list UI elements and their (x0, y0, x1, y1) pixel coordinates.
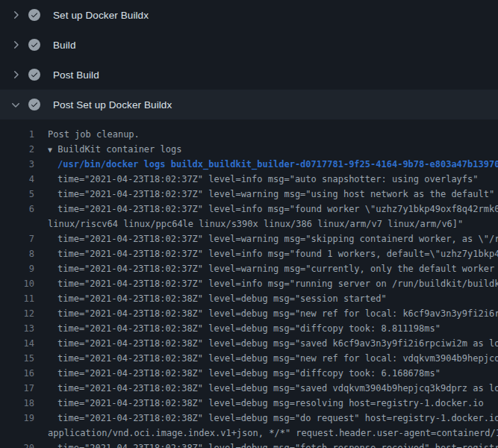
log-line: 2 ▼ BuildKit container logs (0, 142, 498, 157)
log-line-number[interactable]: 2 (0, 142, 34, 157)
chevron-right-icon[interactable] (10, 99, 22, 111)
step-row-post-set-up-docker-buildx[interactable]: Post Set up Docker Buildx (0, 90, 498, 119)
log-panel: 1 Post job cleanup. 2 ▼ BuildKit contain… (0, 127, 498, 448)
log-line: 13 time="2021-04-23T18:02:38Z" level=deb… (0, 321, 498, 336)
log-line-text: time="2021-04-23T18:02:38Z" level=debug … (34, 351, 498, 366)
log-line: 18 time="2021-04-23T18:02:38Z" level=deb… (0, 396, 498, 411)
log-line-text: time="2021-04-23T18:02:37Z" level=info m… (34, 276, 498, 291)
step-row-build[interactable]: Build (0, 30, 498, 60)
log-line-text: time="2021-04-23T18:02:38Z" level=debug … (34, 441, 498, 448)
log-line-number[interactable] (0, 426, 34, 441)
log-line: 8 time="2021-04-23T18:02:37Z" level=info… (0, 246, 498, 261)
log-line-text: time="2021-04-23T18:02:37Z" level=warnin… (34, 187, 498, 202)
check-circle-icon (28, 99, 40, 111)
log-line: 17 time="2021-04-23T18:02:38Z" level=deb… (0, 381, 498, 396)
log-line-number[interactable]: 11 (0, 291, 34, 306)
log-line-number[interactable] (0, 217, 34, 231)
log-line-number[interactable]: 14 (0, 336, 34, 351)
log-line: linux/riscv64 linux/ppc64le linux/s390x … (0, 217, 498, 231)
group-collapse-icon[interactable]: ▼ (48, 146, 52, 154)
log-line: application/vnd.oci.image.index.v1+json,… (0, 426, 498, 441)
log-line-number[interactable]: 3 (0, 157, 34, 172)
log-line-text: time="2021-04-23T18:02:38Z" level=debug … (34, 381, 498, 396)
log-line-text: time="2021-04-23T18:02:38Z" level=debug … (34, 291, 498, 306)
log-line-text: /usr/bin/docker logs buildx_buildkit_bui… (34, 157, 498, 172)
log-line: 19 time="2021-04-23T18:02:38Z" level=deb… (0, 411, 498, 426)
log-line: 4 time="2021-04-23T18:02:37Z" level=info… (0, 172, 498, 187)
log-line-number[interactable]: 10 (0, 276, 34, 291)
check-circle-icon (28, 69, 40, 81)
log-line-number[interactable]: 6 (0, 202, 34, 217)
log-line: 9 time="2021-04-23T18:02:37Z" level=warn… (0, 261, 498, 276)
chevron-right-icon[interactable] (10, 39, 22, 51)
log-line: 5 time="2021-04-23T18:02:37Z" level=warn… (0, 187, 498, 202)
log-line-text: time="2021-04-23T18:02:38Z" level=debug … (34, 336, 498, 351)
log-line-text: application/vnd.oci.image.index.v1+json,… (34, 426, 498, 441)
step-row-post-build[interactable]: Post Build (0, 60, 498, 90)
chevron-right-icon[interactable] (10, 69, 22, 81)
log-line-text: ▼ BuildKit container logs (34, 142, 498, 157)
log-line-number[interactable]: 20 (0, 441, 34, 448)
log-line-number[interactable]: 9 (0, 261, 34, 276)
log-line: 7 time="2021-04-23T18:02:37Z" level=warn… (0, 231, 498, 246)
check-circle-icon (28, 39, 40, 51)
log-line-text: time="2021-04-23T18:02:37Z" level=info m… (34, 246, 498, 261)
log-line-number[interactable]: 18 (0, 396, 34, 411)
log-line-text: Post job cleanup. (34, 127, 498, 142)
actions-log-viewer: Set up Docker Buildx Build P (0, 0, 498, 448)
log-line-text: time="2021-04-23T18:02:37Z" level=warnin… (34, 261, 498, 276)
log-line-number[interactable]: 5 (0, 187, 34, 202)
step-label: Post Build (53, 69, 99, 81)
log-line-number[interactable]: 12 (0, 306, 34, 321)
log-line: 11 time="2021-04-23T18:02:38Z" level=deb… (0, 291, 498, 306)
group-title[interactable]: BuildKit container logs (57, 144, 181, 155)
log-line: 15 time="2021-04-23T18:02:38Z" level=deb… (0, 351, 498, 366)
log-line-text: time="2021-04-23T18:02:37Z" level=info m… (34, 202, 498, 217)
step-list: Set up Docker Buildx Build P (0, 0, 498, 119)
log-line-text: time="2021-04-23T18:02:38Z" level=debug … (34, 366, 498, 381)
log-line-number[interactable]: 1 (0, 127, 34, 142)
log-line: 14 time="2021-04-23T18:02:38Z" level=deb… (0, 336, 498, 351)
log-line: 12 time="2021-04-23T18:02:38Z" level=deb… (0, 306, 498, 321)
log-line-text: time="2021-04-23T18:02:38Z" level=debug … (34, 411, 498, 426)
log-line: 1 Post job cleanup. (0, 127, 498, 142)
log-line-text: linux/riscv64 linux/ppc64le linux/s390x … (34, 217, 498, 231)
log-line: 6 time="2021-04-23T18:02:37Z" level=info… (0, 202, 498, 217)
log-line-number[interactable]: 8 (0, 246, 34, 261)
log-line-text: time="2021-04-23T18:02:37Z" level=warnin… (34, 231, 498, 246)
log-line: 20 time="2021-04-23T18:02:38Z" level=deb… (0, 441, 498, 448)
log-line-number[interactable]: 13 (0, 321, 34, 336)
log-line-text: time="2021-04-23T18:02:38Z" level=debug … (34, 321, 498, 336)
log-line-text: time="2021-04-23T18:02:37Z" level=info m… (34, 172, 498, 187)
step-row-set-up-docker-buildx[interactable]: Set up Docker Buildx (0, 0, 498, 30)
step-label: Build (53, 40, 76, 51)
log-line-number[interactable]: 17 (0, 381, 34, 396)
log-line: 16 time="2021-04-23T18:02:38Z" level=deb… (0, 366, 498, 381)
log-line-text: time="2021-04-23T18:02:38Z" level=debug … (34, 306, 498, 321)
log-line-number[interactable]: 16 (0, 366, 34, 381)
check-circle-icon (28, 9, 40, 21)
log-line-number[interactable]: 15 (0, 351, 34, 366)
log-line-number[interactable]: 7 (0, 231, 34, 246)
log-line-number[interactable]: 19 (0, 411, 34, 426)
log-line-text: time="2021-04-23T18:02:38Z" level=debug … (34, 396, 498, 411)
step-label: Post Set up Docker Buildx (53, 99, 172, 111)
log-line-number[interactable]: 4 (0, 172, 34, 187)
chevron-right-icon[interactable] (10, 9, 22, 21)
log-line: 10 time="2021-04-23T18:02:37Z" level=inf… (0, 276, 498, 291)
step-label: Set up Docker Buildx (53, 10, 149, 21)
log-line: 3 /usr/bin/docker logs buildx_buildkit_b… (0, 157, 498, 172)
